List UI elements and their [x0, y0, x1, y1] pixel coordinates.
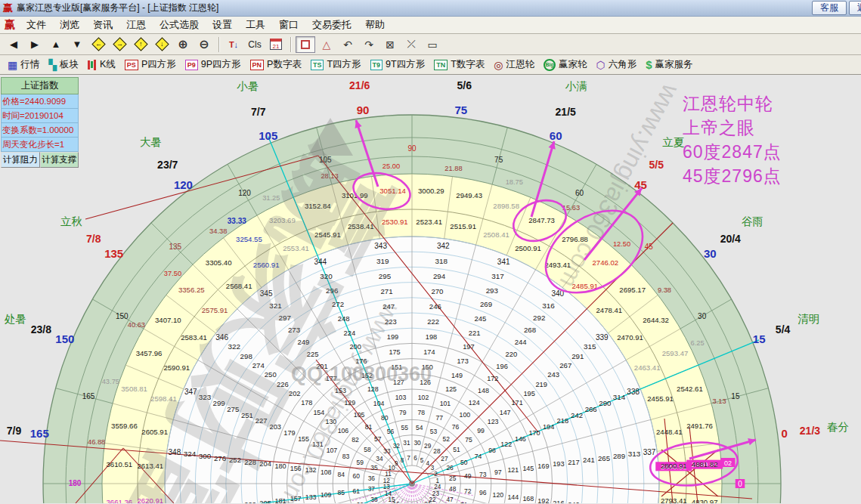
svg-text:244: 244	[515, 338, 527, 346]
winner-wheel-button[interactable]: Big赢家轮	[544, 58, 587, 71]
calendar-icon[interactable]: 21	[266, 36, 286, 53]
svg-text:121: 121	[507, 466, 519, 474]
pan-right-icon[interactable]: →	[110, 36, 129, 53]
svg-text:2463.41: 2463.41	[634, 363, 661, 372]
t-updown-icon[interactable]: T↓	[224, 36, 243, 53]
menu-窗口[interactable]: 窗口	[272, 17, 305, 33]
svg-text:135: 135	[104, 247, 123, 260]
svg-text:23: 23	[432, 490, 440, 497]
gann-wheel-button[interactable]: ◎江恩轮	[494, 58, 534, 71]
t-square-button[interactable]: TST四方形	[311, 58, 361, 71]
svg-text:292: 292	[533, 314, 545, 322]
menu-公式选股[interactable]: 公式选股	[153, 17, 206, 33]
svg-text:57: 57	[374, 435, 382, 443]
svg-text:317: 317	[491, 272, 503, 280]
svg-text:102: 102	[418, 394, 429, 401]
down-arrow-icon[interactable]: ▼	[67, 36, 87, 53]
svg-text:3407.10: 3407.10	[155, 316, 181, 324]
menu-浏览[interactable]: 浏览	[53, 17, 86, 33]
expand-box-icon[interactable]: ⊠	[380, 36, 400, 53]
p-square-button[interactable]: PSP四方形	[125, 58, 176, 71]
svg-text:2491.76: 2491.76	[686, 422, 713, 430]
cls-button[interactable]: Cls	[245, 36, 265, 53]
svg-text:98: 98	[488, 447, 496, 454]
customer-service-button[interactable]: 客服	[812, 1, 847, 15]
svg-text:241: 241	[583, 456, 595, 464]
rotate-ccw-icon[interactable]: ↶	[338, 36, 358, 53]
svg-text:96: 96	[479, 489, 487, 496]
svg-text:293: 293	[486, 286, 498, 295]
svg-text:2470.91: 2470.91	[617, 333, 643, 342]
menu-交易委托[interactable]: 交易委托	[305, 17, 358, 33]
toolbar-gann: ▦行情▚板块K线PSP四方形P99P四方形PNP数字表TST四方形T99T四方形…	[0, 55, 861, 75]
svg-text:195: 195	[523, 390, 534, 397]
menu-资讯[interactable]: 资讯	[86, 17, 119, 33]
square-tool-icon[interactable]	[296, 36, 315, 53]
svg-text:149: 149	[451, 372, 463, 379]
svg-text:265: 265	[598, 454, 610, 462]
pan-down-icon[interactable]: ↓	[152, 36, 172, 53]
svg-text:32: 32	[393, 442, 401, 450]
svg-text:120: 120	[238, 189, 251, 197]
panel-row: 变换系数=1.00000	[1, 123, 79, 138]
calc-resistance-button[interactable]: 计算阻力	[1, 152, 40, 168]
svg-text:2523.41: 2523.41	[416, 218, 442, 226]
clipped-titlebar-button[interactable]: 返回	[849, 1, 861, 15]
svg-text:4881.82: 4881.82	[692, 460, 718, 468]
svg-text:294: 294	[433, 272, 446, 280]
t-table-button[interactable]: TNT数字表	[434, 58, 485, 71]
9t-square-button[interactable]: T99T四方形	[370, 58, 426, 71]
toolbar-label: 9P四方形	[201, 58, 241, 71]
window-title: 赢家江恩专业版[赢家服务平台] - [上证指数 江恩轮]	[17, 2, 218, 14]
svg-text:小暑: 小暑	[237, 80, 259, 92]
sectors-button[interactable]: ▚板块	[48, 58, 79, 71]
triangle-tool-icon[interactable]: △	[317, 36, 336, 53]
shrink-icon[interactable]: ⤫	[401, 36, 421, 53]
badge-icon: PN	[250, 60, 265, 70]
svg-text:37: 37	[368, 485, 376, 493]
forward-arrow-icon[interactable]: ▶	[25, 36, 45, 53]
wheel-annotation-text: 江恩轮中轮 上帝之眼 60度2847点 45度2796点	[683, 91, 782, 188]
kline-button[interactable]: K线	[88, 58, 116, 71]
svg-text:33.33: 33.33	[228, 217, 246, 225]
winner-service-button[interactable]: $赢家服务	[646, 58, 692, 71]
svg-text:171: 171	[512, 399, 523, 407]
quotes-button[interactable]: ▦行情	[8, 58, 39, 71]
svg-text:120: 120	[174, 178, 193, 191]
svg-text:40.63: 40.63	[128, 321, 145, 329]
screen-icon[interactable]: ▭	[423, 36, 442, 53]
zoom-in-icon[interactable]: ⊕	[173, 36, 193, 53]
pan-up-icon[interactable]: ↑	[131, 36, 150, 53]
up-arrow-icon[interactable]: ▲	[46, 36, 66, 53]
svg-text:105: 105	[259, 129, 277, 142]
menu-江恩[interactable]: 江恩	[119, 17, 153, 33]
svg-text:205: 205	[259, 499, 271, 503]
menu-工具[interactable]: 工具	[239, 17, 272, 33]
back-arrow-icon[interactable]: ◀	[4, 36, 23, 53]
svg-text:51: 51	[453, 446, 460, 453]
svg-text:145: 145	[522, 465, 534, 472]
calc-support-button[interactable]: 计算支撑	[40, 152, 79, 168]
9p-square-button[interactable]: P99P四方形	[185, 58, 241, 71]
blocks-icon: ▚	[48, 59, 57, 71]
svg-text:194: 194	[543, 423, 554, 431]
svg-text:221: 221	[469, 329, 481, 337]
svg-text:146: 146	[515, 435, 526, 443]
svg-text:197: 197	[463, 343, 474, 351]
pan-left-icon[interactable]: ←	[88, 36, 108, 53]
panel-row: 周天变化步长=1	[1, 138, 79, 152]
menu-文件[interactable]: 文件	[20, 17, 53, 33]
p-table-button[interactable]: PNP数字表	[250, 58, 302, 71]
svg-text:谷雨: 谷雨	[742, 215, 763, 227]
toolbar-label: P数字表	[267, 58, 302, 71]
svg-text:56: 56	[387, 428, 395, 435]
hexagon-button[interactable]: ⬡六角形	[596, 58, 637, 71]
svg-text:61: 61	[353, 487, 361, 495]
menu-帮助[interactable]: 帮助	[358, 17, 392, 33]
svg-text:75: 75	[465, 436, 472, 444]
svg-text:29: 29	[424, 442, 432, 450]
zoom-out-icon[interactable]: ⊖	[194, 36, 214, 53]
rotate-cw-icon[interactable]: ↷	[359, 36, 379, 53]
menu-设置[interactable]: 设置	[206, 17, 239, 33]
svg-text:22: 22	[429, 496, 436, 503]
